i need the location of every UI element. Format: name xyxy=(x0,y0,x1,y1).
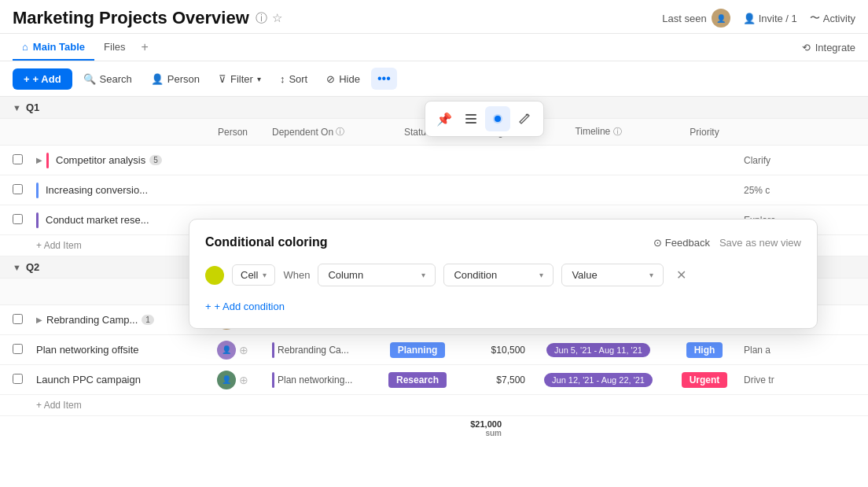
add-condition-label: + Add condition xyxy=(215,301,285,312)
row-budget: $10,500 xyxy=(461,345,531,356)
cell-select[interactable]: Cell ▾ xyxy=(232,264,275,286)
dep-line xyxy=(272,342,274,358)
row-name-text: Conduct market rese... xyxy=(46,214,149,226)
row-extra: Drive tr xyxy=(744,374,855,386)
svg-rect-0 xyxy=(465,114,476,116)
person-col: Person xyxy=(193,127,272,138)
tab-files[interactable]: Files xyxy=(94,35,134,61)
svg-point-4 xyxy=(495,116,501,122)
hide-button[interactable]: ⊘ Hide xyxy=(318,69,368,89)
table-row: ▶ Competitor analysis 5 Clarify xyxy=(0,146,868,175)
priority-badge: High xyxy=(686,342,723,358)
q2-add-item[interactable]: + Add Item xyxy=(0,395,868,416)
color-button[interactable] xyxy=(485,106,510,131)
integrate-button[interactable]: ⟲ Integrate xyxy=(802,42,855,53)
main-content: ▼ Q1 Person Dependent On ⓘ Status Budget… xyxy=(0,97,868,441)
row-name-text: Competitor analysis xyxy=(56,154,145,166)
side-color-indicator xyxy=(36,183,39,198)
value-dropdown[interactable]: Value ▾ xyxy=(561,264,664,286)
row-checkbox[interactable] xyxy=(13,314,36,327)
row-name: Conduct market rese... xyxy=(36,212,193,228)
icon-toolbar-popup: 📌 xyxy=(425,101,544,137)
status-badge: Research xyxy=(388,372,447,388)
tab-main-table[interactable]: ⌂ Main Table xyxy=(13,35,94,61)
add-person-icon[interactable]: ⊕ xyxy=(239,344,248,356)
q1-toggle[interactable]: ▼ xyxy=(13,103,21,113)
feedback-icon: ⊙ xyxy=(653,237,662,249)
add-item-label: + Add Item xyxy=(36,240,82,251)
more-button[interactable]: ••• xyxy=(371,68,397,90)
row-priority: Urgent xyxy=(665,372,744,388)
feedback-label: Feedback xyxy=(665,237,710,249)
info-icon[interactable]: ⓘ xyxy=(256,11,267,26)
row-name-text: Rebranding Camp... xyxy=(46,314,138,326)
conditional-coloring-popup: Conditional coloring ⊙ Feedback Save as … xyxy=(189,219,818,329)
condition-dropdown[interactable]: Condition ▾ xyxy=(443,264,554,286)
invite-label: Invite / 1 xyxy=(759,13,797,24)
timeline-info-icon[interactable]: ⓘ xyxy=(613,127,622,136)
tab-main-table-label: Main Table xyxy=(33,41,85,53)
search-button[interactable]: 🔍 Search xyxy=(75,69,140,89)
row-name: ▶ Rebranding Camp... 1 xyxy=(36,314,193,326)
value-arrow: ▾ xyxy=(649,271,653,279)
sum-row: $21,000 sum xyxy=(0,416,868,441)
cc-title: Conditional coloring xyxy=(205,235,328,249)
row-checkbox[interactable] xyxy=(13,154,36,167)
sort-icon: ↕ xyxy=(280,73,285,85)
add-person-icon[interactable]: ⊕ xyxy=(239,374,248,386)
add-button[interactable]: + + Add xyxy=(13,68,72,90)
feedback-button[interactable]: ⊙ Feedback xyxy=(653,237,710,249)
sort-button[interactable]: ↕ Sort xyxy=(272,69,315,89)
title-area: Marketing Projects Overview ⓘ ☆ xyxy=(13,8,282,28)
row-timeline: Jun 12, '21 - Aug 22, '21 xyxy=(531,373,665,387)
activity-button[interactable]: 〜 Activity xyxy=(810,11,855,25)
row-priority: High xyxy=(665,342,744,358)
row-checkbox[interactable] xyxy=(13,184,36,197)
q1-label: Q1 xyxy=(26,101,39,113)
cc-header: Conditional coloring ⊙ Feedback Save as … xyxy=(205,235,801,249)
svg-rect-2 xyxy=(465,122,476,124)
q2-toggle[interactable]: ▼ xyxy=(13,263,21,272)
filter-button[interactable]: ⊽ Filter ▾ xyxy=(211,69,269,89)
row-budget: $7,500 xyxy=(461,374,531,386)
list-view-button[interactable] xyxy=(458,106,484,131)
row-status: Planning xyxy=(374,342,461,358)
save-view-button[interactable]: Save as new view xyxy=(719,237,801,249)
invite-button[interactable]: 👤 Invite / 1 xyxy=(743,13,797,24)
edit-button[interactable] xyxy=(512,106,537,131)
filter-label: Filter xyxy=(230,73,253,85)
dep-line xyxy=(272,372,274,388)
add-tab-button[interactable]: + xyxy=(135,34,155,61)
sum-sub: sum xyxy=(437,429,502,437)
close-condition-button[interactable]: ✕ xyxy=(671,266,691,284)
row-checkbox[interactable] xyxy=(13,214,36,227)
hide-label: Hide xyxy=(339,73,360,85)
last-seen: Last seen 👤 xyxy=(662,9,730,28)
add-condition-button[interactable]: + + Add condition xyxy=(205,301,801,312)
row-name: ▶ Competitor analysis 5 xyxy=(36,153,193,168)
row-extra: 25% c xyxy=(744,185,855,196)
dep-text: Rebranding Ca... xyxy=(278,345,349,356)
priority-badge: Urgent xyxy=(682,372,728,388)
table-row: Plan networking offsite 👤 ⊕ Rebranding C… xyxy=(0,335,868,365)
avatar: 👤 xyxy=(217,371,236,389)
row-dependent: Rebranding Ca... xyxy=(272,342,374,358)
pin-button[interactable]: 📌 xyxy=(432,106,457,131)
expand-icon[interactable]: ▶ xyxy=(36,315,42,324)
color-dot[interactable] xyxy=(205,266,224,285)
star-icon[interactable]: ☆ xyxy=(272,11,282,25)
cc-condition-row: Cell ▾ When Column ▾ Condition ▾ Value ▾… xyxy=(205,264,801,286)
avatar: 👤 xyxy=(217,341,236,360)
row-timeline: Jun 5, '21 - Aug 11, '21 xyxy=(531,343,665,357)
column-dropdown[interactable]: Column ▾ xyxy=(318,264,436,286)
row-checkbox[interactable] xyxy=(13,374,36,386)
dependent-info-icon[interactable]: ⓘ xyxy=(336,126,344,138)
row-checkbox[interactable] xyxy=(13,344,36,356)
filter-arrow: ▾ xyxy=(257,75,261,83)
dependent-label: Dependent On xyxy=(272,127,333,138)
sum-value: $21,000 xyxy=(437,419,502,429)
user-avatar: 👤 xyxy=(712,9,730,28)
person-button[interactable]: 👤 Person xyxy=(143,69,208,89)
dep-text: Plan networking... xyxy=(278,374,352,386)
expand-icon[interactable]: ▶ xyxy=(36,156,42,164)
